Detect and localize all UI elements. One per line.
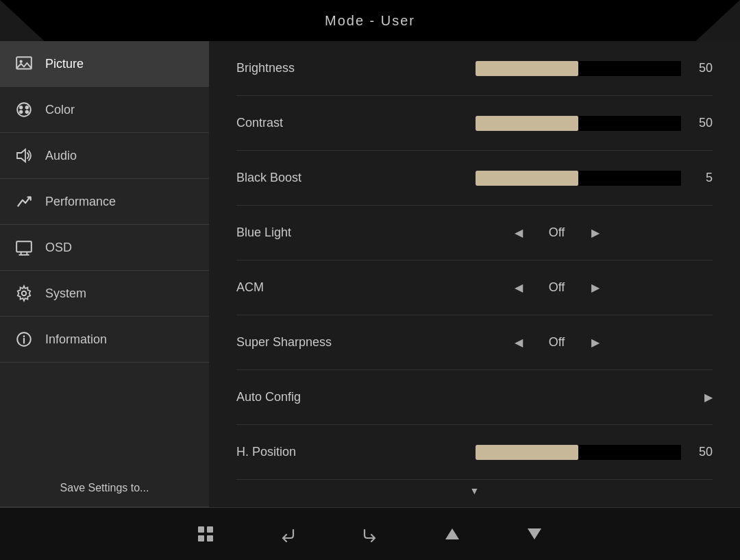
svg-rect-19 xyxy=(207,535,213,541)
svg-point-5 xyxy=(19,110,23,114)
super-sharpness-control: ◀ Off ▶ xyxy=(401,335,713,350)
super-sharpness-toggle: ◀ Off ▶ xyxy=(401,335,713,350)
auto-config-row: Auto Config ▶ xyxy=(236,370,713,425)
sidebar-item-system[interactable]: System xyxy=(0,271,209,317)
acm-toggle: ◀ Off ▶ xyxy=(401,280,713,295)
acm-value: Off xyxy=(536,280,578,295)
right-panel: Brightness 50 Contrast 50 Black Boost xyxy=(209,41,740,507)
super-sharpness-prev[interactable]: ◀ xyxy=(515,336,523,349)
acm-label: ACM xyxy=(236,280,387,295)
svg-point-6 xyxy=(25,110,29,114)
svg-point-4 xyxy=(25,106,29,109)
input-button[interactable] xyxy=(356,520,384,548)
sidebar-color-label: Color xyxy=(45,103,75,117)
h-position-value: 50 xyxy=(692,445,713,459)
h-position-row: H. Position 50 xyxy=(236,425,713,480)
auto-config-control: ▶ xyxy=(401,391,713,404)
blue-light-label: Blue Light xyxy=(236,226,387,240)
svg-point-2 xyxy=(17,103,31,117)
blue-light-toggle: ◀ Off ▶ xyxy=(401,226,713,240)
brightness-fill xyxy=(476,61,578,76)
brightness-slider[interactable] xyxy=(476,61,681,76)
top-bar: Mode - User xyxy=(0,0,740,41)
mode-title: Mode - User xyxy=(325,13,415,29)
blue-light-control: ◀ Off ▶ xyxy=(401,226,713,240)
sidebar-item-audio[interactable]: Audio xyxy=(0,133,209,179)
blue-light-prev[interactable]: ◀ xyxy=(515,226,523,239)
svg-marker-7 xyxy=(17,149,25,162)
sidebar-osd-label: OSD xyxy=(45,241,72,255)
performance-icon xyxy=(14,191,34,212)
super-sharpness-row: Super Sharpness ◀ Off ▶ xyxy=(236,315,713,370)
contrast-slider[interactable] xyxy=(476,116,681,131)
picture-icon xyxy=(14,53,34,74)
back-button[interactable] xyxy=(274,520,301,548)
save-settings-button[interactable]: Save Settings to... xyxy=(0,470,209,507)
brightness-value: 50 xyxy=(692,61,713,75)
svg-point-3 xyxy=(19,106,23,109)
save-settings-label: Save Settings to... xyxy=(60,482,149,494)
color-icon xyxy=(14,99,34,120)
scroll-indicator: ▼ xyxy=(236,480,713,502)
blue-light-next[interactable]: ▶ xyxy=(591,226,600,239)
bottom-toolbar xyxy=(0,507,740,560)
contrast-row: Contrast 50 xyxy=(236,96,713,151)
acm-row: ACM ◀ Off ▶ xyxy=(236,260,713,315)
svg-point-12 xyxy=(22,291,27,296)
h-position-control: 50 xyxy=(401,445,713,460)
sidebar-item-picture[interactable]: Picture xyxy=(0,41,209,87)
super-sharpness-label: Super Sharpness xyxy=(236,335,387,350)
black-boost-slider[interactable] xyxy=(476,171,681,186)
brightness-control: 50 xyxy=(401,61,713,76)
blue-light-value: Off xyxy=(536,226,578,240)
sidebar-information-label: Information xyxy=(45,332,107,347)
sidebar-item-color[interactable]: Color xyxy=(0,87,209,133)
contrast-value: 50 xyxy=(692,116,713,130)
sidebar-item-information[interactable]: Information xyxy=(0,317,209,363)
up-button[interactable] xyxy=(439,520,466,548)
blue-light-row: Blue Light ◀ Off ▶ xyxy=(236,206,713,260)
osd-icon xyxy=(14,237,34,258)
black-boost-row: Black Boost 5 xyxy=(236,151,713,206)
menu-button[interactable] xyxy=(192,520,219,548)
brightness-label: Brightness xyxy=(236,61,387,75)
svg-marker-20 xyxy=(445,528,459,539)
auto-config-next[interactable]: ▶ xyxy=(704,391,713,404)
auto-config-arrow-container: ▶ xyxy=(401,391,713,404)
system-icon xyxy=(14,283,34,304)
down-button[interactable] xyxy=(521,520,548,548)
sidebar-item-osd[interactable]: OSD xyxy=(0,225,209,271)
super-sharpness-next[interactable]: ▶ xyxy=(591,336,600,349)
brightness-row: Brightness 50 xyxy=(236,41,713,96)
super-sharpness-value: Off xyxy=(536,335,578,350)
black-boost-control: 5 xyxy=(401,171,713,186)
contrast-control: 50 xyxy=(401,116,713,131)
black-boost-fill xyxy=(476,171,578,186)
black-boost-value: 5 xyxy=(692,171,713,185)
auto-config-label: Auto Config xyxy=(236,390,387,404)
h-position-label: H. Position xyxy=(236,445,387,459)
svg-point-15 xyxy=(23,335,25,337)
h-position-slider[interactable] xyxy=(476,445,681,460)
acm-prev[interactable]: ◀ xyxy=(515,281,523,294)
sidebar-system-label: System xyxy=(45,287,86,301)
scroll-down-arrow: ▼ xyxy=(470,485,480,496)
sidebar-audio-label: Audio xyxy=(45,149,77,163)
contrast-label: Contrast xyxy=(236,116,387,130)
contrast-fill xyxy=(476,116,578,131)
svg-marker-21 xyxy=(528,528,541,539)
sidebar-performance-label: Performance xyxy=(45,195,116,209)
svg-point-1 xyxy=(20,60,23,63)
acm-control: ◀ Off ▶ xyxy=(401,280,713,295)
sidebar-item-performance[interactable]: Performance xyxy=(0,179,209,225)
svg-rect-16 xyxy=(198,526,204,533)
black-boost-label: Black Boost xyxy=(236,171,387,185)
svg-rect-8 xyxy=(16,241,32,252)
svg-rect-18 xyxy=(198,535,204,541)
sidebar: Picture Color xyxy=(0,41,209,507)
h-position-fill xyxy=(476,445,578,460)
acm-next[interactable]: ▶ xyxy=(591,281,600,294)
audio-icon xyxy=(14,145,34,166)
info-icon xyxy=(14,329,34,350)
sidebar-picture-label: Picture xyxy=(45,57,84,71)
